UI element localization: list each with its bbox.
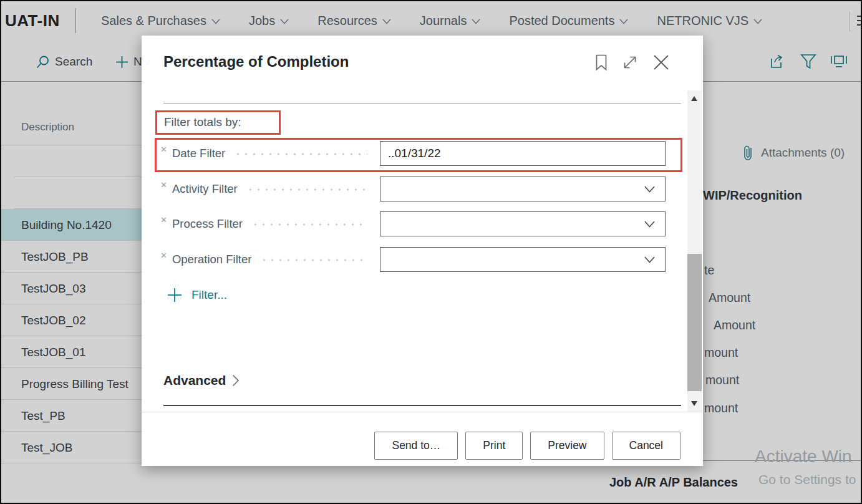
expand-icon[interactable] — [622, 54, 638, 70]
dialog-button-row: Send to… Print Preview Cancel — [374, 432, 680, 460]
dialog-title: Percentage of Completion — [163, 53, 349, 70]
clear-filter-icon[interactable]: ✕ — [160, 251, 167, 260]
divider — [142, 412, 703, 412]
activity-filter-dropdown[interactable] — [380, 177, 666, 201]
divider — [163, 405, 681, 406]
date-filter-row: ✕ Date Filter — [160, 140, 666, 167]
bookmark-icon[interactable] — [596, 54, 607, 70]
scroll-up-arrow[interactable] — [691, 96, 697, 101]
clear-filter-icon[interactable]: ✕ — [160, 145, 167, 154]
add-filter-button[interactable]: Filter... — [168, 288, 227, 302]
process-filter-row: ✕ Process Filter — [160, 211, 666, 237]
app-window: UAT-IN Sales & Purchases Jobs Resources … — [0, 0, 862, 504]
chevron-down-icon — [644, 186, 655, 193]
scrollbar-thumb[interactable] — [687, 254, 702, 391]
field-label: Activity Filter — [172, 182, 238, 196]
field-label: Process Filter — [172, 217, 243, 231]
preview-button[interactable]: Preview — [530, 432, 604, 460]
close-icon[interactable] — [653, 54, 669, 70]
dotted-leader — [251, 223, 367, 226]
send-to-button[interactable]: Send to… — [374, 432, 458, 460]
filter-totals-by-label: Filter totals by: — [164, 115, 241, 129]
clear-filter-icon[interactable]: ✕ — [160, 180, 167, 190]
divider — [163, 103, 681, 104]
process-filter-dropdown[interactable] — [380, 211, 666, 236]
field-label: Operation Filter — [172, 253, 252, 266]
plus-icon — [168, 288, 182, 302]
print-button[interactable]: Print — [465, 432, 523, 460]
advanced-toggle[interactable]: Advanced — [163, 373, 240, 388]
operation-filter-row: ✕ Operation Filter — [160, 246, 666, 273]
chevron-down-icon — [644, 221, 655, 228]
date-filter-input[interactable] — [380, 141, 666, 166]
dotted-leader — [234, 153, 367, 155]
chevron-down-icon — [644, 256, 655, 263]
dotted-leader — [260, 259, 367, 261]
dotted-leader — [246, 188, 367, 191]
cancel-button[interactable]: Cancel — [612, 432, 680, 460]
field-label: Date Filter — [172, 147, 225, 160]
clear-filter-icon[interactable]: ✕ — [160, 215, 167, 225]
chevron-right-icon — [232, 374, 240, 387]
dialog-controls — [596, 54, 669, 70]
dialog-scrollbar[interactable] — [687, 90, 702, 412]
activity-filter-row: ✕ Activity Filter — [160, 176, 666, 202]
percentage-of-completion-dialog: Percentage of Completion Filter totals b… — [142, 36, 703, 466]
scroll-down-arrow[interactable] — [691, 401, 697, 406]
operation-filter-dropdown[interactable] — [380, 247, 666, 272]
